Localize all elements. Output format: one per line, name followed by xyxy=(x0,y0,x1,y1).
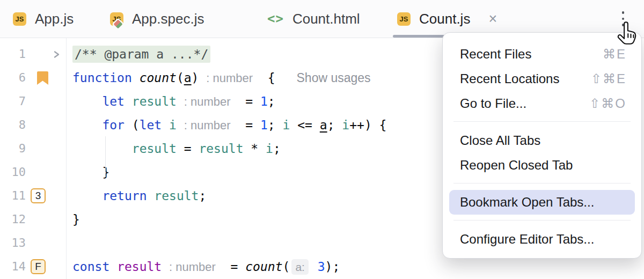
kebab-menu-icon xyxy=(622,18,625,20)
code-token: for xyxy=(102,118,125,132)
type-inlay-hint: : number xyxy=(184,119,231,132)
type-inlay-hint: : number xyxy=(184,95,231,108)
code-token: return xyxy=(102,189,147,203)
code-token: = xyxy=(177,142,199,156)
tab-app-js[interactable]: JSApp.js xyxy=(13,0,74,38)
code-token: result xyxy=(199,142,243,156)
menu-item-go-to-file[interactable]: Go to File...⇧⌘O xyxy=(449,91,635,116)
code-text: return result; xyxy=(72,184,206,208)
indent-guide xyxy=(105,136,106,177)
code-token: result xyxy=(154,189,199,203)
code-token xyxy=(310,260,318,274)
code-token: i xyxy=(283,118,290,132)
code-token: function xyxy=(72,71,140,85)
code-text: for (let i : number = 1; i <= a; i++) { xyxy=(72,113,386,137)
code-token: ; xyxy=(273,142,281,156)
menu-item-shortcut: ⇧⌘E xyxy=(591,71,626,86)
code-token xyxy=(72,142,132,156)
code-text: /** @param a ...*/ xyxy=(72,42,210,66)
menu-separator xyxy=(453,121,631,122)
mnemonic-bookmark-icon[interactable]: F xyxy=(31,255,46,278)
gutter-separator xyxy=(66,38,67,279)
menu-item-shortcut: ⌘E xyxy=(603,47,626,62)
js-file-icon: JS xyxy=(13,12,26,26)
tab-label: App.spec.js xyxy=(132,11,204,27)
code-token: count xyxy=(140,71,177,85)
mnemonic-label: F xyxy=(31,259,46,274)
kebab-menu-icon xyxy=(622,11,625,14)
code-token: /** @param a ...*/ xyxy=(72,46,210,63)
code-token: ) xyxy=(192,71,207,85)
type-inlay-hint: : number xyxy=(169,260,216,274)
param-name-inlay-hint: a: xyxy=(291,259,309,275)
code-token: * xyxy=(244,142,266,156)
code-token: ( xyxy=(283,260,290,274)
code-token: result xyxy=(117,260,169,274)
menu-item-label: Recent Files xyxy=(460,47,531,62)
close-tab-icon[interactable]: × xyxy=(488,12,497,26)
tab-label: Count.html xyxy=(292,11,360,27)
code-token: ; xyxy=(268,94,275,108)
tab-label: Count.js xyxy=(419,11,470,27)
code-token: <= xyxy=(290,118,319,132)
show-usages-hint[interactable]: Show usages xyxy=(297,71,371,85)
code-text: function count(a) : number { Show usages xyxy=(72,66,371,90)
code-token: 1 xyxy=(260,94,268,108)
tab-label: App.js xyxy=(35,11,74,27)
code-token: let xyxy=(102,94,125,108)
code-token: ); xyxy=(325,260,340,274)
code-token: ; xyxy=(327,118,342,132)
line-number: 9 xyxy=(0,137,26,160)
line-number: 10 xyxy=(0,160,26,184)
code-token: ( xyxy=(177,71,184,85)
line-number: 1 xyxy=(0,42,26,66)
line-number: 12 xyxy=(0,208,26,231)
code-token: a xyxy=(184,71,192,85)
code-token: i xyxy=(342,118,349,132)
code-token: = xyxy=(231,118,260,132)
code-token: 1 xyxy=(260,118,268,132)
cursor-pointer-icon xyxy=(616,21,639,48)
bookmark-icon[interactable] xyxy=(36,66,49,90)
line-number: 11 xyxy=(0,184,26,208)
code-text: const result : number = count(a: 3); xyxy=(72,255,340,278)
menu-item-label: Reopen Closed Tab xyxy=(460,158,573,173)
menu-separator xyxy=(453,183,631,183)
tab-count-html[interactable]: <>Count.html xyxy=(267,0,360,38)
code-token xyxy=(125,94,132,108)
code-token: const xyxy=(72,260,109,274)
tab-options-menu: Recent Files⌘ERecent Locations⇧⌘EGo to F… xyxy=(442,32,642,259)
menu-item-configure-editor-tabs[interactable]: Configure Editor Tabs... xyxy=(449,227,635,252)
code-token: i xyxy=(169,118,184,132)
code-token: ( xyxy=(125,118,140,132)
code-token xyxy=(109,260,117,274)
menu-item-recent-files[interactable]: Recent Files⌘E xyxy=(449,42,635,67)
js-file-icon: JS xyxy=(397,12,411,26)
code-token: ; xyxy=(268,118,283,132)
menu-item-label: Configure Editor Tabs... xyxy=(460,232,594,247)
menu-separator xyxy=(453,220,631,221)
test-overlay-icon xyxy=(114,19,123,28)
line-number: 6 xyxy=(0,66,26,90)
code-token: i xyxy=(266,142,273,156)
menu-item-recent-locations[interactable]: Recent Locations⇧⌘E xyxy=(449,67,635,91)
menu-item-reopen-closed-tab[interactable]: Reopen Closed Tab xyxy=(449,153,635,178)
code-token xyxy=(147,189,154,203)
code-text: } xyxy=(72,160,109,184)
menu-item-label: Recent Locations xyxy=(460,71,559,86)
line-number: 14 xyxy=(0,255,26,278)
code-token: { xyxy=(253,71,282,85)
menu-item-label: Close All Tabs xyxy=(460,133,540,148)
fold-arrow-icon[interactable] xyxy=(52,42,61,66)
code-token: result xyxy=(132,94,184,108)
ide-window: 1/** @param a ...*/6function count(a) : … xyxy=(0,0,644,279)
code-token xyxy=(162,118,169,132)
menu-item-close-all-tabs[interactable]: Close All Tabs xyxy=(449,128,635,153)
code-token xyxy=(72,118,102,132)
tab-app-spec-js[interactable]: JSApp.spec.js xyxy=(110,0,204,38)
menu-item-bookmark-open-tabs[interactable]: Bookmark Open Tabs... xyxy=(449,190,635,215)
html-file-icon: <> xyxy=(267,11,284,26)
mnemonic-bookmark-icon[interactable]: 3 xyxy=(31,184,46,208)
line-number: 13 xyxy=(0,231,26,255)
code-token: a xyxy=(320,118,327,132)
